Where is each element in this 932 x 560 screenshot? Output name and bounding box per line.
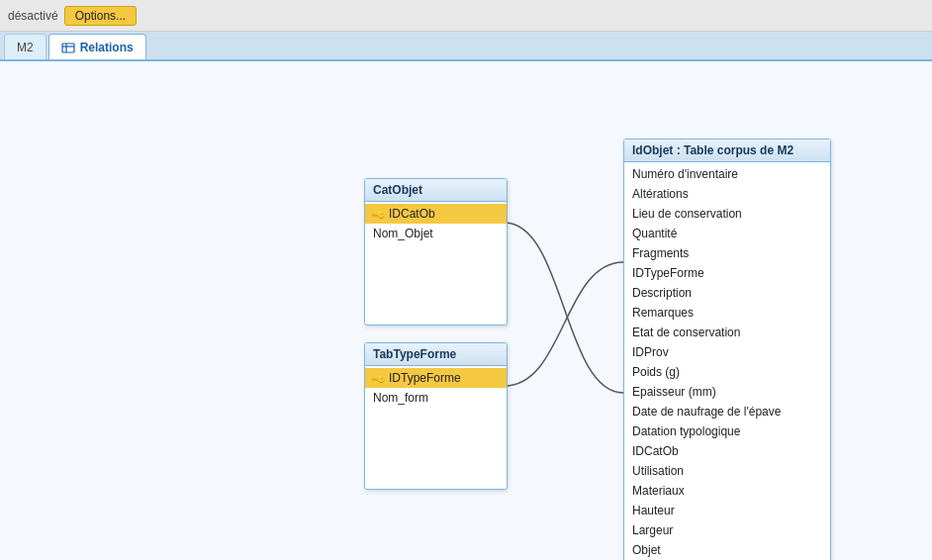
tab-relations[interactable]: Relations bbox=[48, 34, 146, 59]
tabtypeforme-fields: 🔑 IDTypeForme Nom_form bbox=[365, 366, 507, 489]
tab-m2-label: M2 bbox=[17, 41, 34, 54]
catobjet-field-idcatob: 🔑 IDCatOb bbox=[365, 204, 507, 224]
catobjet-field-nomobjet: Nom_Objet bbox=[365, 224, 507, 243]
idobjet-field-idcatob: IDCatOb bbox=[624, 441, 830, 461]
idobjet-field-largeur: Largeur bbox=[624, 520, 830, 540]
key-icon-catob: 🔑 bbox=[371, 206, 387, 222]
tab-bar: M2 Relations bbox=[0, 32, 932, 61]
idobjet-field-label: Lieu de conservation bbox=[632, 207, 742, 221]
idobjet-field-label: Epaisseur (mm) bbox=[632, 385, 716, 399]
idobjet-field-fragments: Fragments bbox=[624, 243, 830, 263]
tab-relations-label: Relations bbox=[80, 41, 134, 54]
idobjet-field-label: IDCatOb bbox=[632, 444, 679, 458]
idobjet-field-objet: Objet bbox=[624, 540, 830, 560]
relations-canvas: CatObjet 🔑 IDCatOb Nom_Objet TabTypeForm… bbox=[0, 61, 932, 560]
idobjet-field-poids(g): Poids (g) bbox=[624, 362, 830, 382]
idobjet-field-label: Fragments bbox=[632, 246, 689, 260]
idobjet-field-label: Altérations bbox=[632, 187, 689, 201]
tabtypeforme-title: TabTypeForme bbox=[365, 343, 507, 366]
idobjet-title: IdObjet : Table corpus de M2 bbox=[624, 140, 830, 162]
idobjet-field-label: Numéro d'inventaire bbox=[632, 167, 738, 181]
relations-tab-icon bbox=[61, 41, 75, 54]
idobjet-field-label: IDProv bbox=[632, 345, 669, 359]
idobjet-field-label: Utilisation bbox=[632, 464, 684, 478]
idobjet-field-label: Largeur bbox=[632, 523, 673, 537]
idobjet-field-materiaux: Materiaux bbox=[624, 481, 830, 501]
idobjet-field-datedenaufragedel'épave: Date de naufrage de l'épave bbox=[624, 402, 830, 421]
catobjet-field-idcatob-label: IDCatOb bbox=[389, 207, 435, 221]
idobjet-field-epaisseur(mm): Epaisseur (mm) bbox=[624, 382, 830, 402]
tabtypeforme-table: TabTypeForme 🔑 IDTypeForme Nom_form bbox=[364, 342, 508, 490]
idobjet-field-etatdeconservation: Etat de conservation bbox=[624, 323, 830, 342]
disabled-label: désactivé bbox=[8, 9, 58, 23]
toolbar: désactivé Options... bbox=[0, 0, 932, 32]
idobjet-field-label: Description bbox=[632, 286, 692, 300]
idobjet-field-label: Date de naufrage de l'épave bbox=[632, 405, 781, 419]
idobjet-field-label: Datation typologique bbox=[632, 424, 740, 438]
catobjet-field-nomobjet-label: Nom_Objet bbox=[373, 227, 433, 240]
tabtypeforme-field-nomform: Nom_form bbox=[365, 388, 507, 408]
idobjet-field-label: Poids (g) bbox=[632, 365, 680, 379]
tabtypeforme-field-nomform-label: Nom_form bbox=[373, 391, 428, 405]
catobj-idcatob-connector bbox=[505, 223, 623, 393]
idobjet-field-label: IDTypeForme bbox=[632, 266, 704, 280]
tabtypeforme-idtypeforme-connector bbox=[505, 262, 623, 386]
idobjet-fields: Numéro d'inventaireAltérationsLieu de co… bbox=[624, 162, 830, 560]
idobjet-field-utilisation: Utilisation bbox=[624, 461, 830, 481]
idobjet-field-label: Quantité bbox=[632, 227, 677, 240]
idobjet-field-datationtypologique: Datation typologique bbox=[624, 421, 830, 441]
idobjet-field-label: Materiaux bbox=[632, 484, 685, 498]
idobjet-field-quantité: Quantité bbox=[624, 224, 830, 243]
idobjet-field-lieudeconservation: Lieu de conservation bbox=[624, 204, 830, 224]
idobjet-field-numérod'inventaire: Numéro d'inventaire bbox=[624, 164, 830, 184]
catobjet-fields: 🔑 IDCatOb Nom_Objet bbox=[365, 202, 507, 325]
tab-m2[interactable]: M2 bbox=[4, 34, 47, 59]
idobjet-field-idtypeforme: IDTypeForme bbox=[624, 263, 830, 283]
catobjet-title: CatObjet bbox=[365, 179, 507, 202]
idobjet-field-label: Objet bbox=[632, 543, 661, 557]
idobjet-field-remarques: Remarques bbox=[624, 303, 830, 323]
catobjet-table: CatObjet 🔑 IDCatOb Nom_Objet bbox=[364, 178, 508, 326]
idobjet-table: IdObjet : Table corpus de M2 Numéro d'in… bbox=[623, 139, 831, 560]
idobjet-field-idprov: IDProv bbox=[624, 342, 830, 362]
idobjet-field-label: Hauteur bbox=[632, 504, 675, 517]
tabtypeforme-field-idtypeforme: 🔑 IDTypeForme bbox=[365, 368, 507, 388]
idobjet-field-label: Remarques bbox=[632, 306, 694, 320]
idobjet-field-label: Etat de conservation bbox=[632, 326, 740, 339]
idobjet-field-hauteur: Hauteur bbox=[624, 501, 830, 520]
idobjet-field-altérations: Altérations bbox=[624, 184, 830, 204]
tabtypeforme-field-idtypeforme-label: IDTypeForme bbox=[389, 371, 461, 385]
svg-rect-0 bbox=[62, 44, 74, 52]
key-icon-typeforme: 🔑 bbox=[371, 370, 387, 386]
options-button[interactable]: Options... bbox=[64, 6, 137, 26]
idobjet-field-description: Description bbox=[624, 283, 830, 303]
